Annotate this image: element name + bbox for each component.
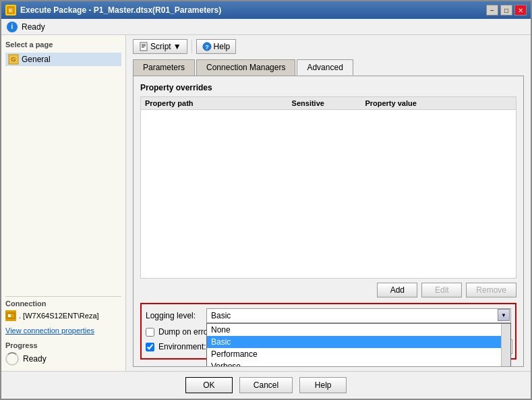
minimize-button[interactable]: − [486,5,498,16]
progress-status: Ready [23,354,47,364]
script-icon [139,42,148,51]
dump-on-errors-checkbox[interactable] [146,328,154,337]
sidebar-label: Select a page [5,40,121,49]
cancel-button[interactable]: Cancel [239,377,293,393]
progress-spinner [5,352,19,366]
logging-selected-value: Basic [211,311,231,320]
connection-value: . [W7X64S12ENT\Reza] [19,312,99,320]
bottom-help-button[interactable]: Help [299,377,347,393]
logging-option-none[interactable]: None [207,324,510,336]
main-layout: Select a page G General Connection [1,35,531,371]
progress-item: Ready [5,352,121,366]
sidebar-item-general[interactable]: G General [5,53,121,66]
general-icon: G [8,54,19,65]
sidebar: Select a page G General Connection [1,35,126,371]
tab-advanced[interactable]: Advanced [297,59,353,76]
add-button[interactable]: Add [377,283,417,297]
help-label: Help [214,42,231,51]
logging-section: Logging level: Basic ▼ None Basic Perfor… [140,303,516,360]
help-button[interactable]: ? Help [196,39,237,54]
window-icon: E [5,5,16,16]
progress-title: Progress [5,341,121,349]
tab-content-advanced: Property overrides Property path Sensiti… [133,76,524,367]
toolbar: Script ▼ ? Help [133,39,524,54]
script-label: Script [150,42,171,51]
table-body [141,110,516,191]
edit-button[interactable]: Edit [421,283,462,297]
col-property-value: Property value [365,99,512,107]
svg-rect-6 [140,42,147,51]
table-header: Property path Sensitive Property value [141,97,516,110]
bottom-bar: OK Cancel Help [1,371,531,399]
ok-button[interactable]: OK [185,377,233,393]
progress-section: Progress Ready [5,341,121,366]
status-text: Ready [22,22,45,32]
property-overrides-table: Property path Sensitive Property value [140,96,516,279]
logging-option-basic[interactable]: Basic [207,336,510,348]
sidebar-item-general-label: General [22,55,51,64]
logging-dropdown-popup: None Basic Performance Verbose [206,323,511,367]
window-controls: − □ ✕ [486,5,527,16]
environment-label: Environment: [158,342,206,351]
main-window: E Execute Package - P1_Master.dtsx(R01_P… [0,0,532,400]
tab-connection-managers[interactable]: Connection Managers [196,59,295,76]
logging-level-row: Logging level: Basic ▼ None Basic Perfor… [146,308,511,323]
close-button[interactable]: ✕ [514,5,527,16]
help-icon: ? [202,42,212,51]
sidebar-connection-section: Connection . [W7X64S12ENT\Reza] View con… [5,291,121,366]
remove-button[interactable]: Remove [466,283,516,297]
toolbar-divider [191,40,192,53]
svg-text:G: G [11,56,16,63]
view-connection-link[interactable]: View connection properties [5,326,121,335]
connection-icon [5,310,16,321]
logging-level-label: Logging level: [146,311,206,320]
connection-item: . [W7X64S12ENT\Reza] [5,309,121,322]
status-icon: i [7,22,18,32]
col-property-path: Property path [145,99,292,107]
tab-bar: Parameters Connection Managers Advanced [133,59,524,76]
logging-select-wrapper: Basic ▼ None Basic Performance Verbose [206,308,511,323]
window-title: Execute Package - P1_Master.dtsx(R01_Par… [20,5,486,15]
dropdown-scrollbar[interactable] [501,324,510,367]
table-actions: Add Edit Remove [140,283,516,297]
status-bar: i Ready [1,19,531,35]
maximize-button[interactable]: □ [500,5,512,16]
connection-section-title: Connection [5,296,121,309]
logging-select-display[interactable]: Basic [206,308,511,323]
content-area: Script ▼ ? Help Parameters C [126,35,531,371]
property-overrides-label: Property overrides [140,83,516,92]
title-bar: E Execute Package - P1_Master.dtsx(R01_P… [1,1,531,19]
svg-text:?: ? [205,44,209,51]
logging-option-verbose[interactable]: Verbose [207,360,510,367]
tab-parameters[interactable]: Parameters [133,59,195,76]
logging-option-performance[interactable]: Performance [207,348,510,360]
logging-dropdown-arrow-icon[interactable]: ▼ [498,309,510,321]
svg-rect-5 [8,314,11,317]
script-button[interactable]: Script ▼ [133,39,187,54]
col-sensitive: Sensitive [292,99,365,107]
environment-checkbox[interactable] [146,343,154,351]
script-dropdown-arrow[interactable]: ▼ [173,42,181,51]
svg-text:E: E [9,7,13,13]
